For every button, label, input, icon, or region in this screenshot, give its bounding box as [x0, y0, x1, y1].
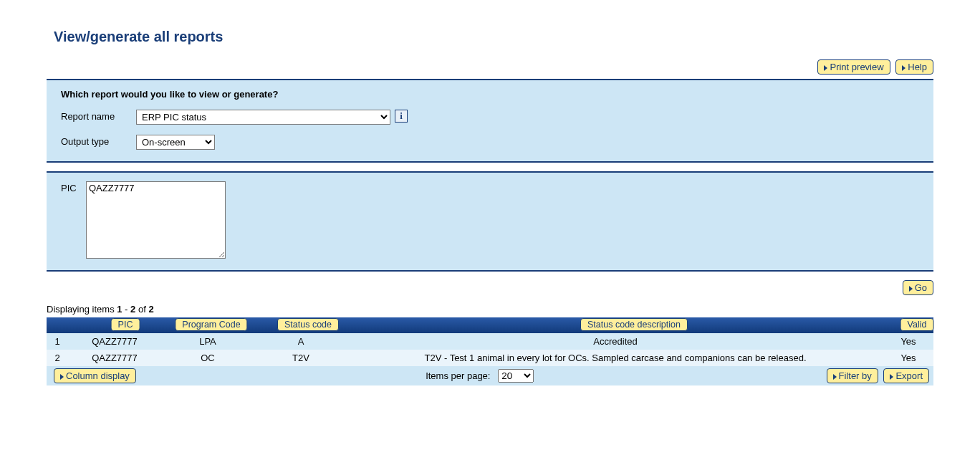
- cell-valid: Yes: [883, 333, 933, 350]
- cell-valid: Yes: [883, 350, 933, 366]
- play-icon: [902, 65, 905, 71]
- report-name-select[interactable]: ERP PIC status: [136, 110, 390, 125]
- play-icon: [909, 286, 913, 292]
- filter-by-button[interactable]: Filter by: [827, 368, 878, 383]
- cell-pic: QAZZ7777: [68, 350, 161, 366]
- print-preview-label: Print preview: [830, 62, 883, 72]
- table-row: 2 QAZZ7777 OC T2V T2V - Test 1 animal in…: [47, 350, 933, 366]
- go-button[interactable]: Go: [903, 280, 933, 295]
- info-icon[interactable]: i: [395, 110, 408, 123]
- items-per-page-select[interactable]: 20: [498, 369, 534, 383]
- help-label: Help: [908, 62, 927, 72]
- cell-desc: Accredited: [347, 333, 883, 350]
- export-label: Export: [895, 370, 923, 381]
- column-display-label: Column display: [66, 370, 130, 381]
- play-icon: [824, 65, 827, 71]
- help-button[interactable]: Help: [895, 59, 933, 75]
- column-display-button[interactable]: Column display: [54, 368, 136, 383]
- report-name-label: Report name: [61, 110, 136, 122]
- report-selection-panel: Which report would you like to view or g…: [47, 79, 933, 163]
- results-header-bar: PIC Program Code Status code Status code…: [47, 317, 933, 333]
- play-icon: [60, 374, 64, 380]
- cell-desc: T2V - Test 1 animal in every lot for OCs…: [347, 350, 883, 366]
- panel-question: Which report would you like to view or g…: [61, 89, 919, 100]
- cell-pic: QAZZ7777: [68, 333, 161, 350]
- output-type-select[interactable]: On-screen: [136, 135, 215, 150]
- col-head-pic[interactable]: PIC: [111, 318, 140, 331]
- cell-program: LPA: [161, 333, 254, 350]
- pic-panel: PIC: [47, 171, 933, 272]
- col-head-valid[interactable]: Valid: [900, 318, 934, 331]
- col-head-program[interactable]: Program Code: [175, 318, 247, 331]
- cell-program: OC: [161, 350, 254, 366]
- cell-index: 1: [47, 333, 68, 350]
- col-head-desc[interactable]: Status code description: [580, 318, 688, 331]
- results-area: Displaying items 1 - 2 of 2 PIC Program …: [47, 304, 933, 385]
- display-count: Displaying items 1 - 2 of 2: [47, 304, 933, 315]
- output-type-label: Output type: [61, 135, 136, 147]
- play-icon: [890, 374, 893, 380]
- page-title: View/generate all reports: [54, 29, 959, 45]
- cell-status: T2V: [254, 350, 347, 366]
- col-head-status[interactable]: Status code: [277, 318, 339, 331]
- cell-index: 2: [47, 350, 68, 366]
- filter-by-label: Filter by: [839, 370, 872, 381]
- pic-label: PIC: [61, 181, 86, 193]
- results-footer: Column display Items per page: 20 Filter…: [47, 366, 933, 385]
- pic-textarea[interactable]: [86, 181, 226, 259]
- results-table: 1 QAZZ7777 LPA A Accredited Yes 2 QAZZ77…: [47, 333, 933, 366]
- print-preview-button[interactable]: Print preview: [817, 59, 890, 75]
- cell-status: A: [254, 333, 347, 350]
- items-per-page-label: Items per page:: [426, 370, 490, 381]
- go-label: Go: [915, 282, 927, 293]
- play-icon: [833, 374, 837, 380]
- table-row: 1 QAZZ7777 LPA A Accredited Yes: [47, 333, 933, 350]
- export-button[interactable]: Export: [883, 368, 929, 383]
